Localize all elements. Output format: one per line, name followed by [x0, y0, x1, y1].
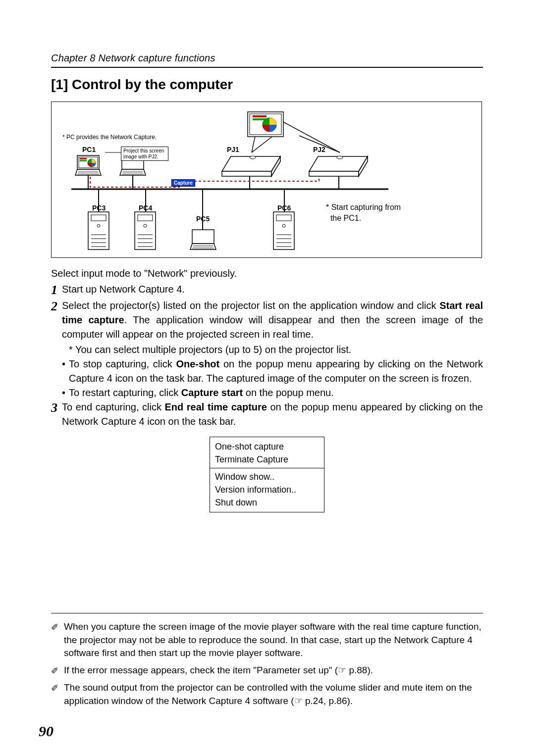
- footnote-1: When you capture the screen image of the…: [64, 620, 483, 660]
- s2b2b: Capture start: [181, 387, 243, 398]
- s2b1b: One-shot: [176, 358, 219, 369]
- svg-rect-45: [138, 215, 153, 221]
- svg-rect-51: [192, 230, 214, 244]
- intro-line: Select input mode to "Network" previousl…: [51, 268, 483, 279]
- section-title: [1] Control by the computer: [51, 77, 483, 93]
- pencil-icon: ✐: [51, 681, 64, 707]
- step-2-number: 2: [51, 299, 62, 314]
- pencil-icon: ✐: [51, 620, 64, 660]
- page-number: 90: [39, 723, 54, 740]
- svg-marker-16: [222, 171, 271, 176]
- popup-item-one-shot[interactable]: One-shot capture: [215, 440, 319, 453]
- label-pc4: PC4: [139, 204, 152, 212]
- step-1-number: 1: [51, 282, 62, 298]
- svg-marker-20: [309, 171, 359, 176]
- pencil-icon: ✐: [51, 664, 64, 677]
- svg-rect-25: [80, 158, 87, 159]
- popup-item-version[interactable]: Version information..: [215, 483, 319, 496]
- chapter-header: Chapter 8 Network capture functions: [51, 52, 483, 68]
- diagram-svg: [52, 102, 482, 257]
- network-diagram: * PC provides the Network Capture. PC1 P…: [51, 101, 482, 258]
- capture-badge: Capture: [171, 179, 195, 187]
- popup-item-window-show[interactable]: Window show..: [215, 470, 319, 483]
- s2b2a: To restart capturing, click: [69, 387, 181, 398]
- svg-rect-26: [80, 160, 87, 161]
- footnote-2: If the error message appears, check the …: [64, 664, 483, 677]
- popup-item-terminate[interactable]: Terminate Capture: [215, 453, 319, 466]
- diagram-pc-note: * PC provides the Network Capture.: [62, 134, 157, 141]
- step-2-bullet-1: To stop capturing, click One-shot on the…: [69, 357, 483, 386]
- side-note-l1: * Start capturing from: [326, 203, 401, 211]
- label-pc1: PC1: [82, 146, 96, 153]
- s2c: . The application window will disappear …: [62, 314, 483, 340]
- svg-rect-38: [91, 215, 106, 221]
- s2b2c: on the popup menu.: [243, 387, 333, 398]
- label-pc3: PC3: [92, 204, 106, 212]
- note-l1: Project this screen: [123, 148, 164, 153]
- note-project-screen: Project this screen image with PJ2.: [121, 147, 168, 161]
- popup-menu: One-shot capture Terminate Capture Windo…: [210, 437, 324, 512]
- s3b: End real time capture: [164, 402, 267, 412]
- svg-rect-12: [253, 115, 267, 117]
- s2b1a: To stop capturing, click: [69, 358, 176, 369]
- svg-rect-57: [276, 215, 291, 221]
- steps: 1 Start up Network Capture 4. 2 Select t…: [51, 282, 483, 429]
- label-pj2: PJ2: [313, 146, 325, 153]
- svg-point-46: [144, 224, 147, 227]
- bullet-dot: •: [62, 386, 69, 400]
- label-pj1: PJ1: [227, 146, 239, 153]
- step-3-text: To end capturing, click End real time ca…: [62, 400, 483, 429]
- popup-separator: [210, 468, 324, 468]
- svg-point-18: [250, 156, 256, 159]
- svg-point-39: [97, 224, 100, 227]
- step-1-text: Start up Network Capture 4.: [62, 282, 483, 297]
- footnote-3: The sound output from the projector can …: [64, 681, 483, 707]
- step-3-number: 3: [51, 400, 62, 415]
- label-pc5: PC5: [196, 215, 210, 223]
- svg-point-22: [337, 156, 343, 159]
- diagram-side-note: * Start capturing from the PC1.: [326, 202, 425, 223]
- step-2-text: Select the projector(s) listed on the pr…: [62, 299, 483, 342]
- side-note-l2: the PC1.: [330, 214, 361, 222]
- popup-item-shutdown[interactable]: Shut down: [215, 496, 319, 509]
- s2a: Select the projector(s) listed on the pr…: [62, 300, 439, 311]
- step-2-bullet-2: To restart capturing, click Capture star…: [69, 386, 483, 400]
- note-l2: image with PJ2.: [123, 154, 159, 159]
- footnotes: ✐ When you capture the screen image of t…: [51, 613, 483, 711]
- svg-point-58: [282, 224, 285, 227]
- step-2-note: * You can select multiple projectors (up…: [62, 343, 483, 357]
- bullet-dot: •: [62, 357, 69, 386]
- s3a: To end capturing, click: [62, 402, 164, 412]
- label-pc6: PC6: [277, 204, 291, 212]
